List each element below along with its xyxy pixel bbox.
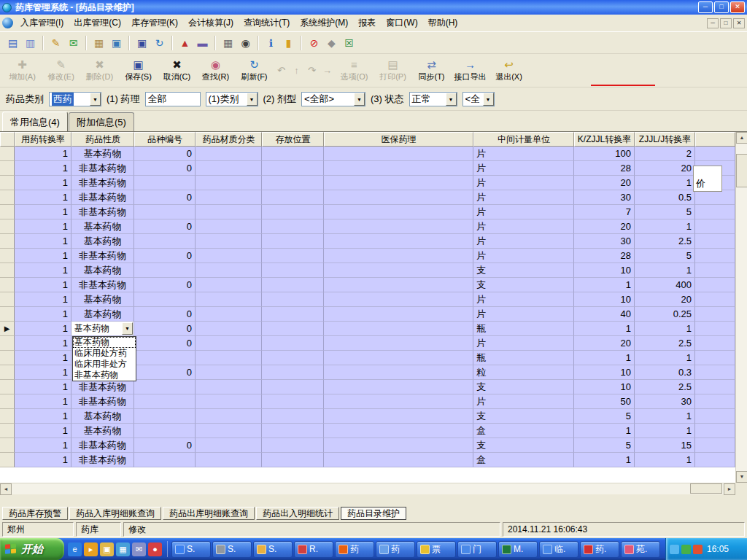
cell-zj[interactable]: 30 [635, 394, 695, 409]
nature-dropdown-list[interactable]: 基本药物临床用处方药临床用非处方非基本药物 [72, 336, 136, 381]
table-row[interactable]: 1非基本药物盒11 [0, 453, 735, 467]
cell-medins[interactable] [324, 409, 473, 424]
task-window-2[interactable]: S. [212, 541, 252, 558]
start-button[interactable]: 开始 [0, 538, 64, 560]
thermometer-icon[interactable]: ▮ [280, 34, 297, 51]
cell-extra[interactable] [695, 249, 735, 263]
dropdown-arrow-icon[interactable]: ▼ [354, 93, 365, 106]
table-row[interactable]: 1基本药物支101 [0, 263, 735, 278]
cell-medins[interactable] [324, 161, 473, 176]
cell-conv[interactable]: 1 [15, 190, 71, 205]
task-window-4[interactable]: R. [294, 541, 333, 558]
close-button[interactable]: ✕ [730, 1, 745, 13]
cell-extra[interactable] [695, 453, 735, 467]
cell-unit[interactable]: 片 [473, 161, 574, 176]
cell-zj[interactable]: 400 [635, 278, 695, 292]
column-header-extra[interactable] [695, 132, 735, 147]
cell-location[interactable] [262, 176, 324, 190]
dropdown-arrow-icon[interactable]: ▼ [483, 93, 494, 106]
cell-medins[interactable] [324, 263, 473, 278]
cell-kz[interactable]: 7 [574, 205, 635, 219]
mdi-close-button[interactable]: ✕ [733, 18, 745, 28]
monitor-icon[interactable]: ▣ [108, 34, 125, 51]
cell-kz[interactable]: 5 [574, 438, 635, 453]
cell-location[interactable] [262, 394, 324, 409]
task-window-5[interactable]: 药 [335, 541, 374, 558]
cell-kz[interactable]: 50 [574, 394, 635, 409]
cell-nature[interactable]: 基本药物 [71, 219, 134, 234]
cell-code[interactable]: 0 [134, 249, 196, 263]
cell-unit[interactable]: 片 [473, 249, 574, 263]
cell-code[interactable]: 0 [134, 438, 196, 453]
cell-location[interactable] [262, 234, 324, 249]
cell-nature[interactable]: 基本药物 [71, 424, 134, 438]
cell-kz[interactable]: 10 [574, 263, 635, 278]
cell-code[interactable] [134, 394, 196, 409]
cell-material[interactable] [196, 453, 262, 467]
cell-code[interactable]: 0 [134, 190, 196, 205]
scroll-up-button[interactable]: ▲ [736, 132, 747, 144]
save-button[interactable]: ▣保存(S) [119, 55, 158, 86]
column-header-location[interactable]: 存放位置 [262, 132, 324, 147]
cell-conv[interactable]: 1 [15, 365, 71, 380]
cell-medins[interactable] [324, 424, 473, 438]
print-doc-icon[interactable]: ▥ [22, 34, 39, 51]
task-window-1[interactable]: S. [171, 541, 211, 558]
table-row[interactable]: 1非基本药物片201 [0, 176, 735, 190]
cell-material[interactable] [196, 409, 262, 424]
cell-extra[interactable] [695, 219, 735, 234]
cell-conv[interactable]: 1 [15, 424, 71, 438]
cell-extra[interactable] [695, 234, 735, 249]
task-window-12[interactable]: 苑. [621, 541, 660, 558]
cell-extra[interactable] [695, 205, 735, 219]
cell-zj[interactable]: 20 [635, 292, 695, 307]
cell-nature[interactable]: 非基本药物 [71, 161, 134, 176]
cell-location[interactable] [262, 292, 324, 307]
cell-medins[interactable] [324, 176, 473, 190]
cell-zj[interactable]: 2.5 [635, 234, 695, 249]
cell-medins[interactable] [324, 394, 473, 409]
cell-zj[interactable]: 1 [635, 322, 695, 336]
cell-nature[interactable]: 基本药物 [71, 307, 134, 322]
cell-unit[interactable]: 片 [473, 234, 574, 249]
cell-unit[interactable]: 片 [473, 292, 574, 307]
task-window-11[interactable]: 药. [580, 541, 619, 558]
network-tray-icon[interactable] [670, 545, 679, 554]
cell-nature[interactable]: 非基本药物 [71, 205, 134, 219]
cell-kz[interactable]: 30 [574, 234, 635, 249]
cell-kz[interactable]: 10 [574, 365, 635, 380]
cell-extra[interactable] [695, 409, 735, 424]
folder-quick-icon[interactable]: ▣ [100, 542, 114, 556]
cell-kz[interactable]: 100 [574, 147, 635, 161]
cell-kz[interactable]: 30 [574, 190, 635, 205]
cell-location[interactable] [262, 453, 324, 467]
refresh-icon[interactable]: ↻ [151, 34, 168, 51]
cell-extra[interactable] [695, 424, 735, 438]
cell-zj[interactable]: 2 [635, 147, 695, 161]
cell-kz[interactable]: 1 [574, 278, 635, 292]
cell-nature[interactable]: 非基本药物 [71, 176, 134, 190]
cell-material[interactable] [196, 263, 262, 278]
cell-unit[interactable]: 盒 [473, 453, 574, 467]
bottom-tab-inbound-detail[interactable]: 药品入库明细账查询 [69, 507, 161, 520]
column-header-code[interactable]: 品种编号 [134, 132, 196, 147]
cell-material[interactable] [196, 424, 262, 438]
cell-code[interactable] [134, 263, 196, 278]
cell-conv[interactable]: 1 [15, 322, 71, 336]
scroll-right-button[interactable]: ► [724, 483, 735, 495]
cell-code[interactable]: 0 [134, 322, 196, 336]
table-row[interactable]: 1非基本药物0支515 [0, 438, 735, 453]
cell-medins[interactable] [324, 336, 473, 351]
cell-material[interactable] [196, 292, 262, 307]
cell-kz[interactable]: 28 [574, 161, 635, 176]
cell-extra[interactable] [695, 147, 735, 161]
cell-material[interactable] [196, 219, 262, 234]
cell-nature[interactable]: 基本药物 [71, 409, 134, 424]
column-header-kz[interactable]: K/ZJJL转换率 [574, 132, 635, 147]
column-header-nature[interactable]: 药品性质 [71, 132, 134, 147]
cell-unit[interactable]: 支 [473, 263, 574, 278]
menu-item-3[interactable]: 库存管理(K) [126, 15, 183, 31]
cell-material[interactable] [196, 161, 262, 176]
task-window-9[interactable]: M. [498, 541, 538, 558]
cell-conv[interactable]: 1 [15, 161, 71, 176]
